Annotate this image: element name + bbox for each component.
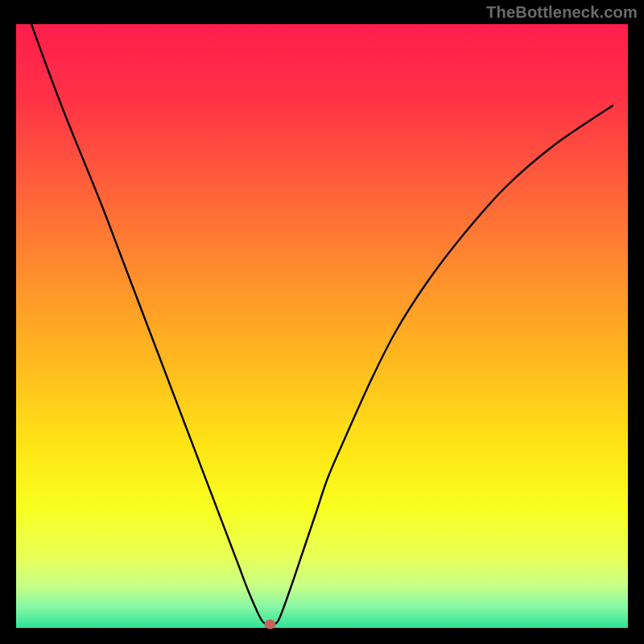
- chart-frame: TheBottleneck.com: [0, 0, 644, 644]
- optimal-marker: [264, 620, 275, 630]
- bottleneck-chart: [0, 0, 644, 644]
- plot-background: [16, 24, 628, 628]
